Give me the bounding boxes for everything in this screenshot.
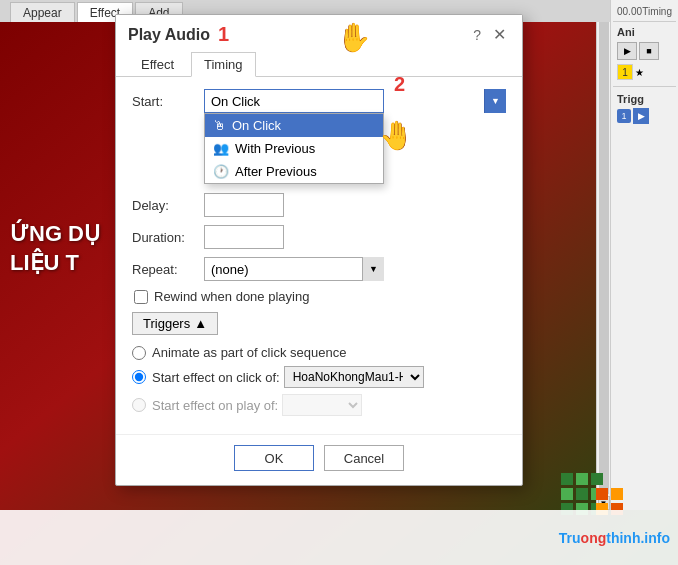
repeat-row: Repeat: (none) ▼ bbox=[132, 257, 506, 281]
delay-label: Delay: bbox=[132, 198, 204, 213]
dropdown-item-with-previous[interactable]: 👥 With Previous bbox=[205, 137, 383, 160]
dialog-title: Play Audio bbox=[128, 26, 210, 44]
timing-label: Timing bbox=[642, 6, 672, 17]
duration-row: Duration: bbox=[132, 225, 506, 249]
start-select-arrow: ▼ bbox=[484, 89, 506, 113]
dialog-footer: OK Cancel bbox=[116, 434, 522, 485]
num-badge-2: 2 bbox=[394, 73, 405, 96]
trig-badge: 1 bbox=[617, 109, 631, 123]
anim-item-1: 1 ★ bbox=[613, 62, 676, 82]
dialog-body: Start: On Click ▼ 🖱 On Click 👥 bbox=[116, 77, 522, 434]
on-click-icon: 🖱 bbox=[213, 118, 226, 133]
play-button[interactable]: ▶ bbox=[617, 42, 637, 60]
start-effect-row: Start effect on click of: HoaNoKhongMau1… bbox=[132, 366, 506, 388]
tab-timing[interactable]: Timing bbox=[191, 52, 256, 77]
with-previous-icon: 👥 bbox=[213, 141, 229, 156]
ok-button[interactable]: OK bbox=[234, 445, 314, 471]
triggers-icon: ▲ bbox=[194, 316, 207, 331]
start-row: Start: On Click ▼ 🖱 On Click 👥 bbox=[132, 89, 506, 113]
start-effect-label: Start effect on click of: bbox=[152, 370, 280, 385]
triggers-button[interactable]: Triggers ▲ bbox=[132, 312, 218, 335]
start-effect-radio[interactable] bbox=[132, 370, 146, 384]
dialog-titlebar: Play Audio 1 🤚 ? ✕ bbox=[116, 15, 522, 52]
trig-play: ▶ bbox=[633, 108, 649, 124]
start-play-label: Start effect on play of: bbox=[152, 398, 278, 413]
start-effect-select[interactable]: HoaNoKhongMau1-HoaiLam-62 bbox=[284, 366, 424, 388]
start-play-select bbox=[282, 394, 362, 416]
right-scrollbar[interactable]: ▲ ▼ bbox=[596, 0, 610, 510]
start-select[interactable]: On Click bbox=[204, 89, 384, 113]
rewind-checkbox[interactable] bbox=[134, 290, 148, 304]
help-button[interactable]: ? bbox=[473, 27, 481, 43]
delay-row: Delay: bbox=[132, 193, 506, 217]
scroll-thumb bbox=[599, 16, 609, 494]
slide-text: ỨNG DỤ LIỆU T bbox=[10, 220, 100, 277]
animate-label: Animate as part of click sequence bbox=[152, 345, 346, 360]
dialog-tab-bar: Effect Timing bbox=[116, 52, 522, 77]
dropdown-item-after-previous[interactable]: 🕐 After Previous bbox=[205, 160, 383, 183]
tab-appear[interactable]: Appear bbox=[10, 2, 75, 22]
start-dropdown: 🖱 On Click 👥 With Previous 🕐 After Previ… bbox=[204, 113, 384, 184]
trig-item-1: 1 ▶ bbox=[613, 107, 676, 125]
repeat-select-arrow: ▼ bbox=[362, 257, 384, 281]
cancel-button[interactable]: Cancel bbox=[324, 445, 404, 471]
title-num-badge: 1 bbox=[218, 23, 229, 46]
animation-label: Ani bbox=[613, 24, 676, 40]
start-play-row: Start effect on play of: bbox=[132, 394, 506, 416]
watermark: Truongthinh.info bbox=[0, 510, 678, 565]
triggers-label: Triggers bbox=[143, 316, 190, 331]
repeat-select-value: (none) bbox=[211, 262, 249, 277]
right-panel: 00.00 Timing Ani ▶ ■ 1 ★ Trigg 1 ▶ bbox=[610, 0, 678, 510]
anim-num-1: 1 bbox=[617, 64, 633, 80]
timing-value: 00.00 bbox=[617, 6, 642, 17]
animate-radio-row: Animate as part of click sequence bbox=[132, 345, 506, 360]
hand-icon-2: 🤚 bbox=[379, 119, 414, 152]
play-buttons: ▶ ■ bbox=[613, 40, 676, 62]
hand-icon-1: 🤚 bbox=[336, 21, 371, 54]
rewind-label: Rewind when done playing bbox=[154, 289, 309, 304]
repeat-select[interactable]: (none) bbox=[204, 257, 384, 281]
duration-label: Duration: bbox=[132, 230, 204, 245]
repeat-label: Repeat: bbox=[132, 262, 204, 277]
start-control: On Click ▼ 🖱 On Click 👥 With Previous bbox=[204, 89, 506, 113]
duration-input[interactable] bbox=[204, 225, 284, 249]
watermark-text: Truongthinh.info bbox=[559, 530, 670, 546]
tab-effect[interactable]: Effect bbox=[128, 52, 187, 77]
rewind-row: Rewind when done playing bbox=[132, 289, 506, 304]
dropdown-item-on-click[interactable]: 🖱 On Click bbox=[205, 114, 383, 137]
delay-input[interactable] bbox=[204, 193, 284, 217]
trig-label: Trigg bbox=[613, 91, 676, 107]
after-previous-icon: 🕐 bbox=[213, 164, 229, 179]
animate-radio[interactable] bbox=[132, 346, 146, 360]
start-select-value: On Click bbox=[211, 94, 260, 109]
stop-button[interactable]: ■ bbox=[639, 42, 659, 60]
start-play-radio[interactable] bbox=[132, 398, 146, 412]
close-button[interactable]: ✕ bbox=[489, 25, 510, 45]
start-label: Start: bbox=[132, 94, 204, 109]
play-audio-dialog: Play Audio 1 🤚 ? ✕ Effect Timing Start: … bbox=[115, 14, 523, 486]
